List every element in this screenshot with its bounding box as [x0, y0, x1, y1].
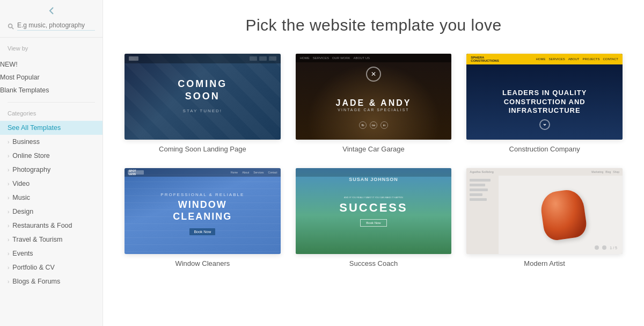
- main-content: Pick the website template you love COMIN…: [103, 0, 644, 326]
- category-item-online-store[interactable]: ›Online Store: [0, 149, 103, 163]
- template-thumb-vintage-car: HOME SERVICES OUR WORK ABOUT US ✕ JADE &…: [296, 54, 452, 140]
- category-label: Restaurants & Food: [12, 222, 72, 229]
- view-by-section: View by: [0, 38, 103, 58]
- chevron-icon: ›: [8, 251, 9, 257]
- category-item-portfolio-cv[interactable]: ›Portfolio & CV: [0, 260, 103, 274]
- search-container: [0, 19, 103, 38]
- template-thumb-coming-soon: COMINGSOONSTAY TUNED!: [125, 54, 281, 140]
- category-label: Online Store: [12, 152, 49, 160]
- templates-grid: COMINGSOONSTAY TUNED! Coming Soon Landin…: [125, 54, 623, 267]
- category-item-music[interactable]: ›Music: [0, 191, 103, 205]
- template-name-success-coach: Success Coach: [349, 259, 398, 267]
- view-by-items: NEW!Most PopularBlank Templates: [0, 58, 103, 97]
- category-label: Design: [12, 208, 33, 215]
- chevron-icon: ›: [8, 209, 9, 215]
- divider-1: [8, 102, 95, 103]
- template-name-coming-soon: Coming Soon Landing Page: [159, 145, 246, 153]
- template-name-vintage-car: Vintage Car Garage: [342, 145, 404, 153]
- svg-line-1: [12, 27, 13, 29]
- template-card-vintage-car[interactable]: HOME SERVICES OUR WORK ABOUT US ✕ JADE &…: [296, 54, 452, 153]
- template-thumb-modern-artist: Agatha Solbörg MarketingBlogShop 1 / 5: [466, 168, 623, 254]
- template-card-window-cleaning[interactable]: SPOT LESS HomeAboutServicesContact PROFE…: [125, 168, 281, 267]
- category-label: Portfolio & CV: [12, 264, 55, 271]
- chevron-icon: ›: [8, 181, 9, 187]
- template-card-coming-soon[interactable]: COMINGSOONSTAY TUNED! Coming Soon Landin…: [125, 54, 281, 153]
- view-by-label: View by: [8, 45, 95, 52]
- category-item-photography[interactable]: ›Photography: [0, 163, 103, 177]
- template-name-modern-artist: Modern Artist: [524, 259, 565, 267]
- category-item-see-all[interactable]: See All Templates: [0, 121, 103, 135]
- category-label: Music: [12, 194, 30, 201]
- category-item-blogs-forums[interactable]: ›Blogs & Forums: [0, 274, 103, 288]
- category-item-events[interactable]: ›Events: [0, 247, 103, 260]
- search-input[interactable]: [17, 21, 95, 31]
- category-item-video[interactable]: ›Video: [0, 177, 103, 191]
- svg-point-0: [9, 24, 12, 27]
- view-item-most-popular[interactable]: Most Popular: [0, 71, 103, 84]
- template-thumb-window-cleaning: SPOT LESS HomeAboutServicesContact PROFE…: [125, 168, 281, 254]
- category-label: Events: [12, 250, 33, 257]
- chevron-icon: ›: [8, 195, 9, 201]
- chevron-icon: ›: [8, 153, 9, 159]
- chevron-icon: ›: [8, 279, 9, 285]
- chevron-icon: ›: [8, 237, 9, 243]
- view-item-new[interactable]: NEW!: [0, 58, 103, 71]
- category-label: See All Templates: [8, 124, 61, 132]
- chevron-icon: ›: [8, 167, 9, 173]
- template-card-success-coach[interactable]: SUSAN JOHNSON AND IF YOU REALLY WANT IT …: [296, 168, 452, 267]
- sidebar: View by NEW!Most PopularBlank Templates …: [0, 0, 103, 326]
- template-card-construction[interactable]: SPHERACONSTRUCTIONSHOMESERVICESABOUTPROJ…: [466, 54, 623, 153]
- view-item-blank-templates[interactable]: Blank Templates: [0, 84, 103, 97]
- back-icon: [49, 6, 54, 15]
- category-label: Blogs & Forums: [12, 278, 60, 285]
- category-item-business[interactable]: ›Business: [0, 135, 103, 149]
- category-label: Travel & Tourism: [12, 236, 62, 243]
- chevron-icon: ›: [8, 265, 9, 271]
- search-icon: [8, 23, 14, 30]
- template-name-construction: Construction Company: [509, 145, 580, 153]
- categories-label: Categories: [0, 108, 103, 121]
- category-item-restaurants-food[interactable]: ›Restaurants & Food: [0, 219, 103, 233]
- template-card-modern-artist[interactable]: Agatha Solbörg MarketingBlogShop 1 / 5: [466, 168, 623, 267]
- chevron-icon: ›: [8, 139, 9, 145]
- category-label: Business: [12, 138, 40, 146]
- template-thumb-construction: SPHERACONSTRUCTIONSHOMESERVICESABOUTPROJ…: [466, 54, 623, 140]
- category-item-design[interactable]: ›Design: [0, 205, 103, 219]
- chevron-icon: ›: [8, 223, 9, 229]
- page-heading: Pick the website template you love: [125, 16, 623, 34]
- back-button[interactable]: [0, 0, 103, 19]
- category-item-travel-tourism[interactable]: ›Travel & Tourism: [0, 233, 103, 247]
- template-thumb-success-coach: SUSAN JOHNSON AND IF YOU REALLY WANT IT …: [296, 168, 452, 254]
- category-label: Video: [12, 180, 30, 187]
- category-label: Photography: [12, 166, 50, 173]
- template-name-window-cleaning: Window Cleaners: [175, 259, 230, 267]
